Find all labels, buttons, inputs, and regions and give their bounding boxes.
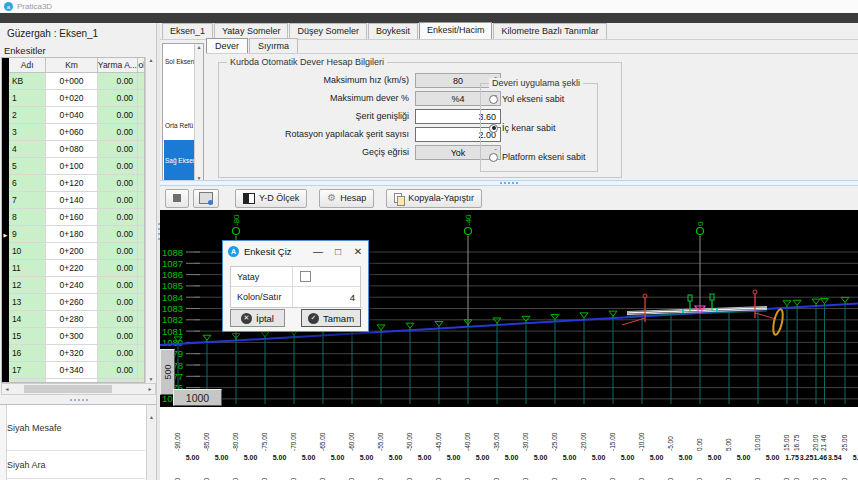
svg-text:-40: -40: [464, 214, 473, 226]
table-row[interactable]: 70+1400.00: [2, 192, 144, 209]
tab-enkesit-hacim[interactable]: Enkesit/Hacim: [419, 22, 493, 39]
table-row[interactable]: 170+3400.00: [2, 362, 144, 379]
left-panel: Güzergah : Eksen_1 Enkesitler Adı Km Yar…: [0, 23, 157, 480]
radio-platform-ekseni-sabit[interactable]: Platform ekseni sabit: [489, 152, 586, 162]
table-row[interactable]: 100+2000.00: [2, 243, 144, 260]
station-label: -35.00: [493, 433, 500, 451]
station-label: -5.00: [667, 436, 674, 451]
graphics-toolbar: Y-D Ölçek ⚙Hesap Kopyala-Yapıştır: [160, 186, 858, 210]
groupbox-title: Kurbda Otomatik Dever Hesap Bilgileri: [227, 57, 387, 67]
station-label: 10.00: [754, 435, 761, 451]
axis-item-orta-refu[interactable]: Orta Refü: [164, 120, 195, 131]
col-header-yarma[interactable]: Yarma A...: [98, 58, 138, 73]
tab-dusey-someler[interactable]: Düşey Someler: [289, 23, 367, 39]
yatay-checkbox[interactable]: [300, 271, 311, 282]
svg-text:1080: 1080: [162, 337, 183, 348]
profile-panel-scrollbar[interactable]: ▲: [146, 405, 156, 480]
enkesitler-label: Enkesitler: [0, 43, 157, 57]
table-row[interactable]: 20+0400.00: [2, 107, 144, 124]
station-label: 5.00: [725, 438, 732, 451]
subtab-dever[interactable]: Dever: [206, 38, 248, 54]
table-row[interactable]: 50+1000.00: [2, 158, 144, 175]
scroll-up-icon[interactable]: ▲: [197, 44, 202, 51]
table-row[interactable]: 160+3200.00: [2, 345, 144, 362]
table-row[interactable]: 60+1200.00: [2, 175, 144, 192]
table-row[interactable]: 40+0800.00: [2, 141, 144, 158]
station-label: 25.00: [841, 435, 848, 451]
profile-panel-gutter: [0, 405, 7, 480]
tab-kilometre-bazli[interactable]: Kilometre Bazlı Tanımlar: [493, 23, 606, 39]
axis-listbox[interactable]: Sol Eksen Orta Refü Sağ Eksen ▲ ▼: [162, 43, 204, 183]
interval-label: 5.00: [177, 454, 209, 461]
minimize-icon[interactable]: —: [308, 246, 328, 257]
axis-item-sag-eksen[interactable]: Sağ Eksen: [164, 140, 195, 180]
station-label: -30.00: [522, 433, 529, 451]
table-row[interactable]: KB0+0000.00: [2, 73, 144, 90]
copy-paste-icon: [394, 193, 404, 204]
kolon-satir-value[interactable]: 4: [293, 287, 360, 307]
enkesit-table[interactable]: Adı Km Yarma A... Dolg KB0+0000.0010+020…: [1, 57, 145, 383]
table-row[interactable]: 30+0600.00: [2, 124, 144, 141]
interval-label: 5.00: [409, 454, 441, 461]
tamam-button[interactable]: ✓Tamam: [301, 309, 361, 327]
interval-label: 5.00: [206, 454, 238, 461]
scroll-up-icon[interactable]: ▲: [149, 414, 154, 420]
col-header-adi[interactable]: Adı: [9, 58, 46, 73]
scroll-down-icon[interactable]: ▼: [149, 376, 154, 383]
radio-selected-icon[interactable]: [489, 124, 498, 133]
col-header-dolg[interactable]: Dolg: [138, 58, 144, 73]
svg-text:1086: 1086: [162, 269, 183, 280]
station-label: 0.00: [696, 438, 703, 451]
axis-listbox-scrollbar[interactable]: ▲ ▼: [194, 44, 203, 182]
row-siyah-mesafe[interactable]: Siyah Mesafe: [7, 405, 145, 451]
row-siyah-ara[interactable]: Siyah Ara: [7, 451, 145, 479]
hesap-button[interactable]: ⚙Hesap: [319, 189, 374, 208]
dialog-app-icon: A: [228, 246, 239, 257]
interval-label: 5.00: [496, 454, 528, 461]
table-row[interactable]: 130+2600.00: [2, 294, 144, 311]
radio-icon[interactable]: [489, 95, 498, 104]
close-icon[interactable]: ✕: [348, 246, 368, 257]
station-label: -55.00: [377, 433, 384, 451]
svg-text:1087: 1087: [162, 258, 183, 269]
table-row[interactable]: ▶90+1800.00: [2, 226, 144, 243]
table-row[interactable]: 140+2800.00: [2, 311, 144, 328]
dialog-title-bar[interactable]: A Enkesit Çiz — □ ✕: [223, 241, 368, 261]
tab-boykesit[interactable]: Boykesit: [368, 23, 418, 39]
table-row[interactable]: 80+1600.00: [2, 209, 144, 226]
maximize-icon[interactable]: □: [328, 246, 348, 257]
scroll-up-icon[interactable]: ▲: [149, 57, 154, 64]
table-row[interactable]: 110+2200.00: [2, 260, 144, 277]
left-panel-splitter[interactable]: [0, 395, 157, 404]
preview-button[interactable]: [193, 189, 219, 208]
label-maksimum-dever: Maksimum dever %: [219, 93, 409, 103]
kopyala-yapistir-button[interactable]: Kopyala-Yapıştır: [386, 189, 482, 208]
subtab-siyirma[interactable]: Sıyırma: [249, 38, 298, 54]
iptal-button[interactable]: ✕İptal: [230, 309, 285, 327]
radio-yol-ekseni-sabit[interactable]: Yol ekseni sabit: [489, 94, 564, 104]
cancel-x-icon: ✕: [241, 313, 252, 324]
label-maksimum-hiz: Maksimum hız (km/s): [219, 75, 409, 85]
col-header-km[interactable]: Km: [46, 58, 97, 73]
table-row[interactable]: 120+2400.00: [2, 277, 144, 294]
scroll-right-icon[interactable]: ►: [145, 386, 155, 392]
yd-olcek-button[interactable]: Y-D Ölçek: [235, 189, 307, 208]
table-row[interactable]: 150+3000.00: [2, 328, 144, 345]
station-label: -45.00: [435, 433, 442, 451]
current-row-marker[interactable]: ▶: [2, 226, 9, 243]
axis-item-sol-eksen[interactable]: Sol Eksen: [164, 56, 195, 67]
table-vertical-scrollbar[interactable]: ▲ ▼: [145, 57, 156, 383]
interval-label: 5.00: [235, 454, 267, 461]
stop-button[interactable]: [165, 189, 189, 208]
scrollbar-thumb[interactable]: [24, 385, 112, 393]
radio-icon[interactable]: [489, 153, 498, 162]
dever-apply-groupbox: Deveri uygulama şekli Yol ekseni sabit İ…: [480, 83, 598, 172]
table-row[interactable]: 10+0200.00: [2, 90, 144, 107]
interval-label: 5.00: [583, 454, 615, 461]
table-horizontal-scrollbar[interactable]: ◄ ►: [1, 383, 156, 395]
radio-ic-kenar-sabit[interactable]: İç kenar sabit: [489, 123, 556, 133]
enkesit-ciz-dialog: A Enkesit Çiz — □ ✕ Yatay Kolon/Satır 4 …: [222, 240, 369, 332]
label-rotasyon-serit-sayisi: Rotasyon yapılacak şerit sayısı: [219, 129, 409, 139]
scroll-left-icon[interactable]: ◄: [2, 386, 12, 392]
station-label: 16.75: [793, 435, 800, 451]
